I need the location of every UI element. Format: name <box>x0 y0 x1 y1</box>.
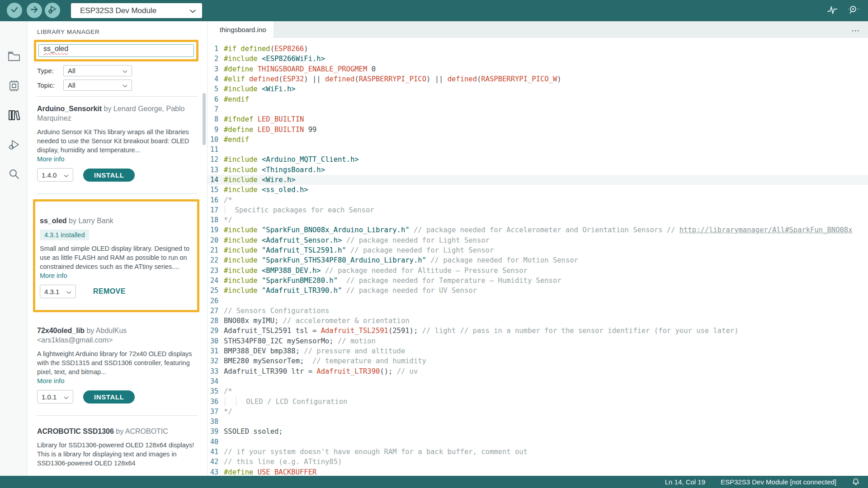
line-number: 27 <box>208 307 218 315</box>
library-title: ACROBOTIC SSD1306 by ACROBOTIC <box>37 427 194 436</box>
activity-sidebar <box>0 21 28 476</box>
library-entry-arduino-sensorkit[interactable]: Arduino_Sensorkit by Lenard George, Pabl… <box>37 97 195 188</box>
verify-button[interactable] <box>7 3 22 18</box>
library-name: ss_oled <box>40 217 67 225</box>
sidebar-item-search[interactable] <box>0 163 28 187</box>
library-entry-acrobotic-ssd1306[interactable]: ACROBOTIC SSD1306 by ACROBOTIC Library f… <box>37 416 195 474</box>
line-number: 9 <box>208 126 218 134</box>
line-number: 41 <box>208 448 218 456</box>
code-line: 15#include <ss_oled.h> <box>208 185 868 195</box>
library-title: ss_oled by Larry Bank <box>40 216 192 225</box>
code-line: 29Adafruit_TSL2591 tsl = Adafruit_TSL259… <box>208 326 868 336</box>
line-number: 21 <box>208 246 218 254</box>
library-title: 72x40oled_lib by AbdulKus <ars1klas@gmai… <box>37 326 194 345</box>
sidebar-item-library-manager[interactable] <box>0 104 28 128</box>
more-info-link[interactable]: More info <box>37 155 64 163</box>
library-byline: by Larry Bank <box>67 217 113 225</box>
line-number: 22 <box>208 256 218 264</box>
line-number: 25 <box>208 286 218 295</box>
library-search-input[interactable]: ss_oled <box>38 44 194 57</box>
tab-thingsboard-ino[interactable]: thingsboard.ino <box>208 21 274 38</box>
install-button[interactable]: INSTALL <box>83 390 135 404</box>
serial-monitor-icon[interactable] <box>846 4 860 18</box>
sidebar-item-debug[interactable] <box>0 134 28 157</box>
code-line: 2#include <ESP8266WiFi.h> <box>208 54 868 64</box>
library-name: 72x40oled_lib <box>37 327 85 334</box>
tab-more-actions-icon[interactable]: ⋯ <box>851 25 861 36</box>
panel-title: LIBRARY MANAGER <box>37 28 195 35</box>
code-line: 41// if your system doesn't have enough … <box>208 447 868 457</box>
type-filter-select[interactable]: All <box>63 65 132 76</box>
topic-filter-label: Topic: <box>37 81 63 89</box>
line-number: 38 <box>208 418 218 426</box>
topic-filter-select[interactable]: All <box>63 80 132 91</box>
line-number: 39 <box>208 427 218 436</box>
library-description: A lightweight Arduino library for 72x40 … <box>37 349 194 376</box>
line-number: 13 <box>208 166 218 174</box>
code-line: 18*/ <box>208 215 868 225</box>
code-line: 24#include "SparkFunBME280.h" // package… <box>208 276 868 286</box>
top-toolbar: ESP32S3 Dev Module <box>0 0 868 21</box>
code-line: 42// this line (e.g. ATtiny85) <box>208 457 868 467</box>
line-number: 20 <box>208 236 218 244</box>
chevron-down-icon <box>64 171 69 179</box>
version-value: 1.0.1 <box>42 393 57 401</box>
code-line: 14#include <Wire.h> <box>208 175 868 185</box>
topic-filter-value: All <box>68 81 75 89</box>
sidebar-item-boards-manager[interactable] <box>0 75 28 99</box>
code-line: 27// Sensors Configurations <box>208 306 868 316</box>
board-selector[interactable]: ESP32S3 Dev Module <box>71 3 202 18</box>
line-number: 16 <box>208 196 218 204</box>
debug-button[interactable] <box>45 3 60 18</box>
line-number: 10 <box>208 136 218 144</box>
library-entry-72x40oled-lib[interactable]: 72x40oled_lib by AbdulKus <ars1klas@gmai… <box>37 319 195 410</box>
line-number: 43 <box>208 468 218 476</box>
line-number: 32 <box>208 357 218 365</box>
line-number: 34 <box>208 377 218 385</box>
library-entry-ss-oled[interactable]: ss_oled by Larry Bank 4.3.1 installed Sm… <box>40 206 193 305</box>
line-number: 3 <box>208 65 218 73</box>
code-editor[interactable]: 1#if defined(ESP8266)2#include <ESP8266W… <box>208 38 868 476</box>
line-number: 23 <box>208 267 218 275</box>
version-select[interactable]: 1.4.0 <box>37 168 73 182</box>
tab-bar: thingsboard.ino ⋯ <box>208 21 868 38</box>
library-title: Arduino_Sensorkit by Lenard George, Pabl… <box>37 104 194 123</box>
line-number: 12 <box>208 155 218 164</box>
line-number: 4 <box>208 75 218 83</box>
line-number: 14 <box>208 176 218 184</box>
chevron-down-icon <box>190 6 196 15</box>
upload-button[interactable] <box>27 3 42 18</box>
line-number: 28 <box>208 317 218 325</box>
library-manager-panel: LIBRARY MANAGER ss_oled Type: All Topic:… <box>28 21 208 476</box>
line-number: 15 <box>208 186 218 194</box>
divider <box>37 193 198 194</box>
code-line: 7 <box>208 104 868 114</box>
more-info-link[interactable]: More info <box>37 377 64 385</box>
sidebar-item-sketchbook[interactable] <box>0 46 28 69</box>
version-select[interactable]: 1.0.1 <box>37 390 73 404</box>
line-number: 29 <box>208 327 218 335</box>
code-line: 22#include "SparkFun_STHS34PF80_Arduino_… <box>208 255 868 265</box>
version-select[interactable]: 4.3.1 <box>40 285 76 298</box>
board-connection-status[interactable]: ESP32S3 Dev Module [not connected] <box>721 478 836 486</box>
code-line: 23#include <BMP388_DEV.h> // package nee… <box>208 266 868 276</box>
panel-scrollbar[interactable] <box>203 93 206 145</box>
code-line: 43#define USE_BACKBUFFER <box>208 467 868 476</box>
bell-icon[interactable] <box>852 477 860 487</box>
remove-button[interactable]: REMOVE <box>86 287 126 296</box>
line-number: 37 <box>208 408 218 416</box>
more-info-link[interactable]: More info <box>40 272 67 279</box>
line-number: 2 <box>208 55 218 63</box>
search-icon <box>8 168 20 182</box>
serial-plotter-icon[interactable] <box>826 4 838 18</box>
code-line: 20#include <Adafruit_Sensor.h> // packag… <box>208 235 868 245</box>
cursor-position: Ln 14, Col 19 <box>665 478 705 486</box>
version-value: 4.3.1 <box>44 288 59 296</box>
code-line: 10#endif <box>208 135 868 145</box>
install-button[interactable]: INSTALL <box>83 169 135 182</box>
debug-play-icon <box>8 139 20 152</box>
code-line: 37*/ <box>208 407 868 417</box>
line-number: 35 <box>208 387 218 395</box>
library-description: Library for SSD1306-powered OLED 128x64 … <box>37 441 194 468</box>
type-filter-label: Type: <box>37 67 63 75</box>
